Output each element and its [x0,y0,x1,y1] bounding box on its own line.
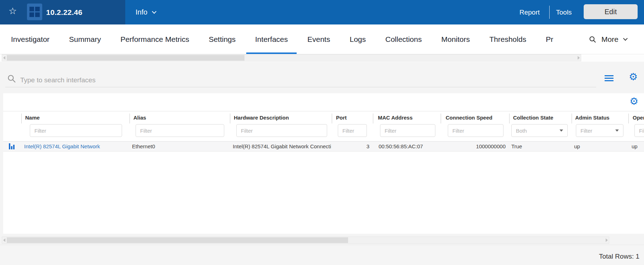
chevron-down-icon [623,36,628,41]
search-input[interactable] [5,73,596,87]
tab-logs[interactable]: Logs [349,24,366,54]
header-divider [549,6,550,19]
column-separator [509,114,510,123]
column-header-port[interactable]: Port [336,115,347,121]
column-header-alias[interactable]: Alias [133,115,146,121]
grid-settings-gear-icon[interactable]: ⚙ [629,72,638,82]
column-header-collection-state[interactable]: Collection State [513,115,553,121]
interface-chart-icon[interactable] [9,143,14,149]
column-separator [628,114,629,123]
scroll-left-arrow-icon[interactable] [3,56,5,60]
column-header-operational-status-truncated[interactable]: Opera [633,115,644,121]
cell-port: 3 [332,142,369,151]
more-label: More [601,35,618,44]
cell-hardware-description: Intel(R) 82574L Gigabit Network Connecti [233,142,331,151]
device-tab-bar: Investigator Summary Performance Metrics… [0,24,644,54]
table-scrollbar[interactable] [2,237,609,244]
tab-monitors[interactable]: Monitors [441,24,470,54]
cell-name-link[interactable]: Intel(R) 82574L Gigabit Network [24,142,100,151]
tab-performance-metrics[interactable]: Performance Metrics [120,24,189,54]
filter-input-connection-speed[interactable] [448,124,503,137]
column-separator [373,114,373,123]
column-header-connection-speed[interactable]: Connection Speed [446,115,492,121]
footer-bar [0,245,644,265]
filter-select-value: Both [516,128,527,134]
column-separator [230,114,230,123]
edit-button[interactable]: Edit [584,4,638,19]
cell-alias: Ethernet0 [132,142,155,151]
caret-down-icon [560,129,563,132]
tab-thresholds[interactable]: Thresholds [489,24,526,54]
caret-down-icon [615,129,619,132]
cell-connection-speed: 1000000000 [441,142,506,151]
table-scrollbar-thumb[interactable] [7,237,348,243]
scroll-right-arrow-icon[interactable] [606,238,608,242]
tab-events[interactable]: Events [307,24,330,54]
filter-input-mac-address[interactable] [380,124,435,137]
info-dropdown-label: Info [136,8,147,16]
cell-admin-status: up [574,142,580,151]
tab-summary[interactable]: Summary [69,24,101,54]
column-header-hardware-description[interactable]: Hardware Description [234,115,289,121]
tab-properties-truncated[interactable]: Pr [546,24,553,54]
report-button[interactable]: Report [519,0,540,24]
tab-settings[interactable]: Settings [209,24,236,54]
filter-input-alias[interactable] [136,124,224,137]
windows-logo-icon [29,7,40,17]
interfaces-table-card: Name Alias Hardware Description Port MAC… [3,93,644,234]
tab-collections[interactable]: Collections [385,24,422,54]
tab-search-icon[interactable] [589,36,596,43]
cell-collection-state: True [511,142,522,151]
filter-select-value: Filter [580,128,592,134]
filter-input-hardware-description[interactable] [236,124,327,137]
menu-icon[interactable] [605,75,613,83]
tab-scroll-area [0,54,644,62]
filter-select-admin-status[interactable]: Filter [576,124,623,137]
tab-interfaces[interactable]: Interfaces [255,24,288,54]
column-separator [130,114,130,123]
total-rows-label: Total Rows: 1 [599,253,639,260]
cell-mac-address: 00:50:56:85:AC:07 [379,142,423,151]
chevron-down-icon [152,9,156,14]
filter-select-operational-status-truncated[interactable]: Filte [634,124,644,137]
more-tabs-dropdown[interactable]: More [589,24,644,54]
filter-input-name[interactable] [30,124,122,137]
filter-select-collection-state[interactable]: Both [511,124,568,137]
scroll-left-arrow-icon[interactable] [3,238,5,242]
filter-select-value: Filte [639,128,644,134]
table-top-divider [3,111,644,111]
tab-strip: Investigator Summary Performance Metrics… [11,24,585,54]
device-os-tile [27,4,42,20]
column-header-admin-status[interactable]: Admin Status [575,115,610,121]
table-settings-gear-icon[interactable]: ⚙ [629,96,638,106]
cell-operational-status: up [632,142,638,151]
column-separator [21,114,22,123]
column-separator [572,114,572,123]
column-separator [332,114,332,123]
device-ip-title: 10.2.22.46 [46,0,82,24]
column-header-name[interactable]: Name [25,115,40,121]
tab-investigator[interactable]: Investigator [11,24,50,54]
info-dropdown[interactable]: Info [136,0,156,24]
filter-input-port[interactable] [338,124,367,137]
column-header-mac-address[interactable]: MAC Address [378,115,413,121]
tab-scrollbar-thumb[interactable] [7,55,244,61]
table-row[interactable]: Intel(R) 82574L Gigabit Network Ethernet… [3,141,644,151]
tools-button[interactable]: Tools [556,0,572,24]
scroll-right-arrow-icon[interactable] [578,56,580,60]
app-header: ☆ 10.2.22.46 Info Report Tools Edit [0,0,644,24]
tab-scrollbar[interactable] [2,54,581,61]
column-separator [441,114,441,123]
favorite-star-icon[interactable]: ☆ [9,6,17,16]
